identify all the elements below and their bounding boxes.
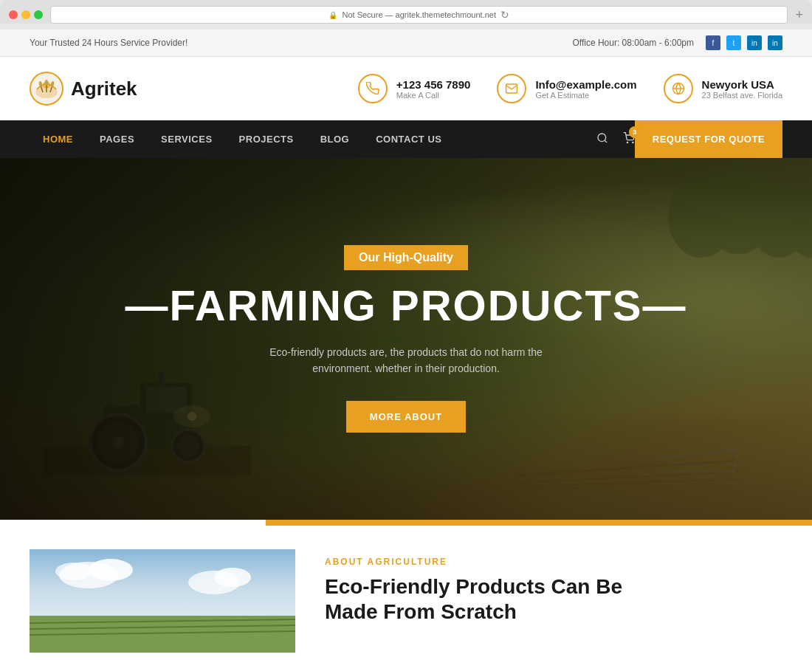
- hero-title: —FARMING PRODUCTS—: [125, 282, 687, 329]
- more-about-button[interactable]: MORE ABOUT: [346, 401, 466, 433]
- about-content: ABOUT AGRICULTURE Eco-Friendly Products …: [325, 549, 782, 653]
- address-contact: Newyork USA 23 Belfast ave. Florida: [664, 74, 782, 103]
- hero-section: Our High-Quality —FARMING PRODUCTS— Eco-…: [0, 158, 812, 520]
- new-tab-button[interactable]: +: [795, 7, 803, 23]
- orange-accent-bar: [266, 520, 812, 526]
- header-contacts: +123 456 7890 Make A Call Info@example.c…: [358, 74, 782, 103]
- logo-text: Agritek: [71, 78, 137, 100]
- cart-button[interactable]: 3: [623, 132, 635, 147]
- linkedin-icon[interactable]: in: [747, 35, 762, 50]
- svg-point-13: [627, 142, 627, 142]
- hero-description: Eco-friendly products are, the products …: [266, 344, 546, 377]
- browser-titlebar: 🔒 Not Secure — agritek.themetechmount.ne…: [9, 6, 803, 24]
- email-contact: Info@example.com Get A Estimate: [497, 74, 636, 103]
- browser-chrome: 🔒 Not Secure — agritek.themetechmount.ne…: [0, 0, 812, 24]
- maximize-dot[interactable]: [34, 10, 43, 19]
- phone-number: +123 456 7890: [396, 78, 471, 91]
- top-bar: Your Trusted 24 Hours Service Provider! …: [0, 30, 812, 57]
- hero-content: Our High-Quality —FARMING PRODUCTS— Eco-…: [0, 158, 812, 520]
- search-button[interactable]: [596, 132, 608, 147]
- url-text: Not Secure — agritek.themetechmount.net: [342, 10, 496, 19]
- site-header: Agritek +123 456 7890 Make A Call: [0, 57, 812, 120]
- nav-item-blog[interactable]: BLOG: [307, 120, 363, 158]
- office-hours: Office Hour: 08:00am - 6:00pm: [572, 38, 694, 48]
- cart-badge: 3: [629, 126, 641, 138]
- refresh-button[interactable]: ↻: [500, 9, 509, 21]
- about-image: [30, 549, 295, 653]
- website-content: Your Trusted 24 Hours Service Provider! …: [0, 30, 812, 660]
- svg-point-44: [214, 568, 251, 587]
- email-icon: [497, 74, 526, 103]
- about-tag: ABOUT AGRICULTURE: [325, 557, 782, 567]
- svg-point-14: [632, 142, 633, 142]
- twitter-icon[interactable]: t: [726, 35, 741, 50]
- email-info: Info@example.com Get A Estimate: [535, 78, 636, 100]
- lock-icon: 🔒: [328, 11, 337, 19]
- nav-icons: 3: [596, 132, 635, 147]
- browser-dots: [9, 10, 43, 19]
- social-icons: f t in in: [706, 35, 782, 50]
- navbar: HOME PAGES SERVICES PROJECTS BLOG CONTAC…: [0, 120, 812, 158]
- nav-item-home[interactable]: HOME: [30, 120, 86, 158]
- hero-tag: Our High-Quality: [344, 245, 468, 270]
- email-sublabel: Get A Estimate: [535, 91, 636, 100]
- address-street: 23 Belfast ave. Florida: [702, 91, 782, 100]
- logo-icon: [30, 72, 63, 106]
- svg-point-7: [45, 80, 48, 86]
- bottom-wrapper: ABOUT AGRICULTURE Eco-Friendly Products …: [0, 520, 812, 660]
- about-title: Eco-Friendly Products Can Be Made From S…: [325, 574, 782, 624]
- linkedin2-icon[interactable]: in: [768, 35, 782, 50]
- about-scene-svg: [30, 549, 295, 653]
- about-title-line2: Made From Scratch: [325, 600, 517, 623]
- top-bar-right: Office Hour: 08:00am - 6:00pm f t in in: [572, 35, 782, 50]
- close-dot[interactable]: [9, 10, 18, 19]
- top-bar-message: Your Trusted 24 Hours Service Provider!: [30, 38, 187, 48]
- address-info: Newyork USA 23 Belfast ave. Florida: [702, 78, 782, 100]
- minimize-dot[interactable]: [21, 10, 30, 19]
- address-city: Newyork USA: [702, 78, 782, 91]
- phone-icon: [358, 74, 388, 103]
- nav-items: HOME PAGES SERVICES PROJECTS BLOG CONTAC…: [30, 120, 596, 158]
- nav-item-contact[interactable]: CONTACT US: [362, 120, 455, 158]
- email-address: Info@example.com: [535, 78, 636, 91]
- svg-point-11: [598, 134, 606, 142]
- about-image-bg: [30, 549, 295, 653]
- nav-item-services[interactable]: SERVICES: [148, 120, 226, 158]
- phone-contact: +123 456 7890 Make A Call: [358, 74, 471, 103]
- nav-item-projects[interactable]: PROJECTS: [226, 120, 307, 158]
- request-quote-button[interactable]: REQUEST FOR QUOTE: [635, 120, 782, 158]
- nav-item-pages[interactable]: PAGES: [86, 120, 148, 158]
- svg-point-42: [55, 563, 92, 580]
- address-bar[interactable]: 🔒 Not Secure — agritek.themetechmount.ne…: [50, 6, 788, 24]
- logo[interactable]: Agritek: [30, 72, 137, 106]
- facebook-icon[interactable]: f: [706, 35, 720, 50]
- svg-point-41: [89, 559, 133, 581]
- phone-sublabel: Make A Call: [396, 91, 471, 100]
- about-section: ABOUT AGRICULTURE Eco-Friendly Products …: [0, 520, 812, 660]
- about-title-line1: Eco-Friendly Products Can Be: [325, 575, 622, 598]
- location-icon: [664, 74, 693, 103]
- phone-info: +123 456 7890 Make A Call: [396, 78, 471, 100]
- svg-line-12: [605, 140, 607, 142]
